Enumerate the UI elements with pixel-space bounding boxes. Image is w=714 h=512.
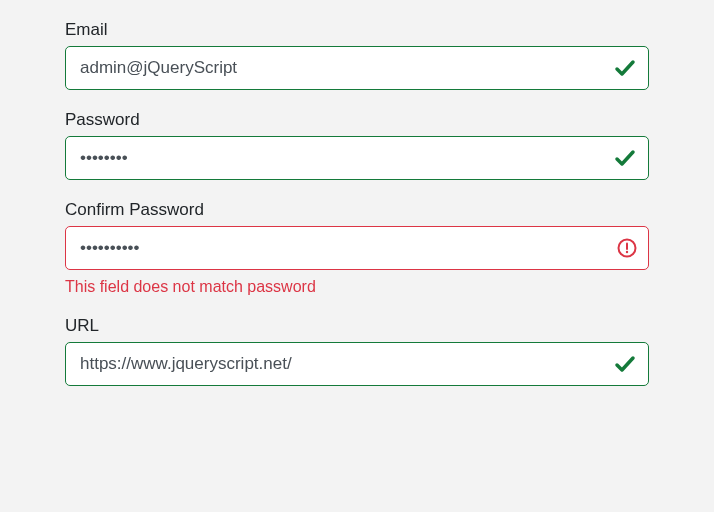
password-input[interactable]: [65, 136, 649, 180]
password-input-wrapper: [65, 136, 649, 180]
url-input-wrapper: [65, 342, 649, 386]
url-input[interactable]: [65, 342, 649, 386]
email-input-wrapper: [65, 46, 649, 90]
checkmark-icon: [613, 352, 637, 376]
svg-point-2: [626, 251, 628, 253]
password-label: Password: [65, 110, 649, 130]
email-label: Email: [65, 20, 649, 40]
confirm-password-input[interactable]: [65, 226, 649, 270]
email-field-group: Email: [65, 20, 649, 90]
email-input[interactable]: [65, 46, 649, 90]
confirm-password-error: This field does not match password: [65, 278, 649, 296]
confirm-password-field-group: Confirm Password This field does not mat…: [65, 200, 649, 296]
confirm-password-input-wrapper: [65, 226, 649, 270]
error-icon: [617, 238, 637, 258]
url-label: URL: [65, 316, 649, 336]
confirm-password-label: Confirm Password: [65, 200, 649, 220]
checkmark-icon: [613, 146, 637, 170]
url-field-group: URL: [65, 316, 649, 386]
password-field-group: Password: [65, 110, 649, 180]
checkmark-icon: [613, 56, 637, 80]
